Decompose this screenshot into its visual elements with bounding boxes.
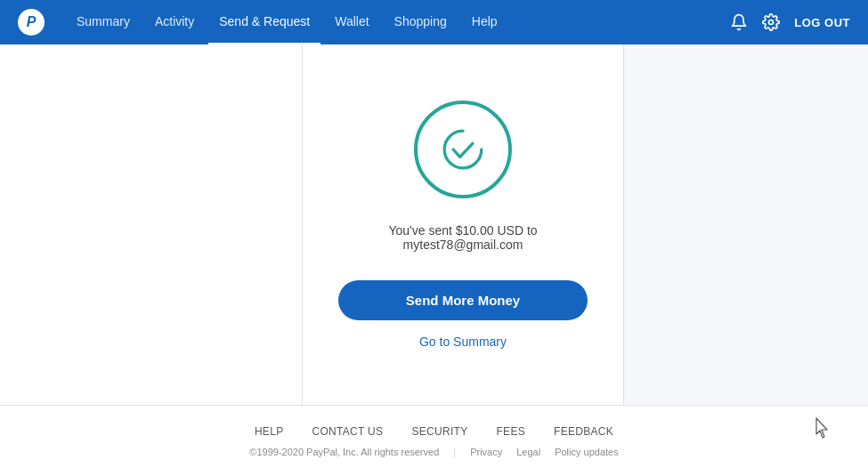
legal-link-privacy[interactable]: Privacy xyxy=(470,447,502,457)
nav-item-wallet[interactable]: Wallet xyxy=(324,0,379,44)
legal-link-legal[interactable]: Legal xyxy=(516,447,540,457)
footer-links: HELPCONTACT USSECURITYFEESFEEDBACK xyxy=(255,425,613,438)
footer-link-fees[interactable]: FEES xyxy=(496,425,525,438)
send-more-button[interactable]: Send More Money xyxy=(338,280,588,320)
main-nav: SummaryActivitySend & RequestWalletShopp… xyxy=(66,0,709,44)
success-circle xyxy=(414,101,512,198)
svg-point-0 xyxy=(769,20,774,25)
nav-item-summary[interactable]: Summary xyxy=(66,0,141,44)
checkmark-icon xyxy=(441,127,485,172)
main-layout: You've sent $10.00 USD to mytest78@gmail… xyxy=(0,44,868,405)
notification-bell-button[interactable] xyxy=(730,13,748,31)
copyright-text: ©1999-2020 PayPal, Inc. All rights reser… xyxy=(249,447,439,457)
footer-divider: | xyxy=(453,447,456,457)
footer-link-contact-us[interactable]: CONTACT US xyxy=(312,425,383,438)
success-message: You've sent $10.00 USD to mytest78@gmail… xyxy=(338,223,588,252)
nav-item-activity[interactable]: Activity xyxy=(144,0,205,44)
footer-bottom: ©1999-2020 PayPal, Inc. All rights reser… xyxy=(249,447,618,457)
nav-item-shopping[interactable]: Shopping xyxy=(384,0,458,44)
footer-link-feedback[interactable]: FEEDBACK xyxy=(554,425,613,438)
nav-item-send---request[interactable]: Send & Request xyxy=(208,0,320,44)
footer-link-help[interactable]: HELP xyxy=(255,425,284,438)
settings-button[interactable] xyxy=(762,13,780,31)
left-sidebar xyxy=(0,44,303,405)
header: P SummaryActivitySend & RequestWalletSho… xyxy=(0,0,868,44)
nav-item-help[interactable]: Help xyxy=(461,0,508,44)
paypal-logo-text: P xyxy=(27,14,37,30)
footer-link-security[interactable]: SECURITY xyxy=(411,425,467,438)
logout-button[interactable]: LOG OUT xyxy=(794,16,850,29)
header-right: LOG OUT xyxy=(730,13,850,31)
go-summary-link[interactable]: Go to Summary xyxy=(419,335,507,349)
gear-icon xyxy=(762,13,780,31)
bell-icon xyxy=(730,13,748,31)
legal-link-policy-updates[interactable]: Policy updates xyxy=(555,447,619,457)
center-content: You've sent $10.00 USD to mytest78@gmail… xyxy=(303,44,623,405)
footer: HELPCONTACT USSECURITYFEESFEEDBACK ©1999… xyxy=(0,405,868,476)
paypal-logo: P xyxy=(18,9,45,36)
right-sidebar xyxy=(623,44,868,405)
